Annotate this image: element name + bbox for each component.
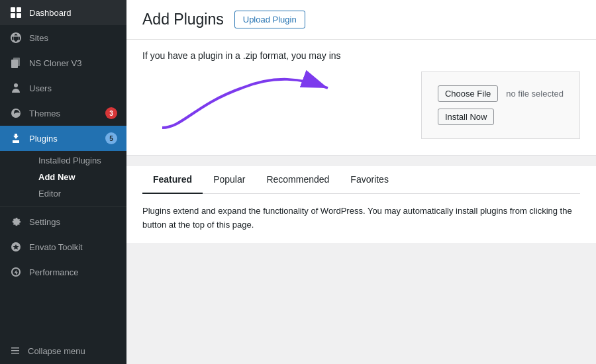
tab-featured[interactable]: Featured bbox=[142, 166, 203, 194]
svg-rect-2 bbox=[11, 13, 15, 18]
annotation-arrow bbox=[142, 65, 341, 138]
plugins-badge: 5 bbox=[105, 132, 117, 144]
sidebar-item-ns-cloner[interactable]: NS Cloner V3 bbox=[0, 50, 126, 75]
sidebar-item-label: Sites bbox=[29, 33, 117, 43]
sidebar-item-themes[interactable]: Themes 3 bbox=[0, 101, 126, 126]
svg-rect-3 bbox=[17, 13, 21, 18]
sidebar-item-users[interactable]: Users bbox=[0, 75, 126, 101]
choose-file-button[interactable]: Choose File bbox=[438, 85, 498, 102]
sidebar-item-label: Users bbox=[29, 83, 117, 93]
tab-description: Plugins extend and expand the functional… bbox=[142, 194, 580, 243]
themes-badge: 3 bbox=[105, 107, 117, 119]
dashboard-icon bbox=[9, 6, 23, 19]
sidebar-item-label: NS Cloner V3 bbox=[29, 58, 117, 68]
content-area: If you have a plugin in a .zip format, y… bbox=[126, 40, 596, 364]
svg-rect-1 bbox=[17, 7, 21, 12]
divider bbox=[0, 206, 126, 206]
sidebar-item-label: Themes bbox=[29, 109, 99, 118]
sidebar-item-label: Envato Toolkit bbox=[29, 242, 117, 252]
themes-icon bbox=[9, 107, 23, 120]
plugins-icon bbox=[9, 132, 23, 145]
users-icon bbox=[9, 81, 23, 95]
svg-rect-5 bbox=[11, 60, 18, 68]
collapse-menu-button[interactable]: Collapse menu bbox=[0, 338, 126, 364]
sidebar-sub-item-editor[interactable]: Editor bbox=[29, 185, 126, 202]
sidebar-item-label: Performance bbox=[29, 267, 117, 277]
performance-icon bbox=[9, 265, 23, 279]
main-content: Add Plugins Upload Plugin If you have a … bbox=[126, 0, 596, 364]
sidebar-item-performance[interactable]: Performance bbox=[0, 259, 126, 285]
tab-popular[interactable]: Popular bbox=[203, 166, 256, 194]
settings-icon bbox=[9, 215, 23, 228]
page-header: Add Plugins Upload Plugin bbox=[126, 0, 596, 40]
sidebar-item-dashboard[interactable]: Dashboard bbox=[0, 0, 126, 25]
file-row: Choose File no file selected bbox=[438, 85, 564, 102]
install-now-button[interactable]: Install Now bbox=[438, 109, 495, 125]
upload-description: If you have a plugin in a .zip format, y… bbox=[142, 50, 580, 61]
sidebar-item-sites[interactable]: Sites bbox=[0, 25, 126, 50]
sidebar-item-envato-toolkit[interactable]: Envato Toolkit bbox=[0, 234, 126, 259]
sidebar-item-label: Dashboard bbox=[29, 8, 117, 18]
page-title: Add Plugins bbox=[142, 11, 224, 28]
no-file-text: no file selected bbox=[506, 89, 564, 99]
plugins-submenu: Installed Plugins Add New Editor bbox=[0, 151, 126, 203]
tab-favorites[interactable]: Favorites bbox=[340, 166, 399, 194]
upload-section: If you have a plugin in a .zip format, y… bbox=[126, 40, 596, 156]
sidebar-item-settings[interactable]: Settings bbox=[0, 209, 126, 234]
sidebar-item-plugins[interactable]: Plugins 5 bbox=[0, 126, 126, 151]
sidebar-sub-item-installed-plugins[interactable]: Installed Plugins bbox=[29, 152, 126, 169]
tab-recommended[interactable]: Recommended bbox=[256, 166, 340, 194]
sidebar-sub-item-add-new[interactable]: Add New bbox=[29, 169, 126, 185]
envato-icon bbox=[9, 240, 23, 253]
upload-plugin-button[interactable]: Upload Plugin bbox=[234, 11, 305, 28]
ns-cloner-icon bbox=[9, 56, 23, 69]
tabs-row: Featured Popular Recommended Favorites bbox=[142, 166, 580, 194]
sidebar-item-label: Plugins bbox=[29, 134, 99, 144]
sidebar: Dashboard Sites NS Cloner V3 Users bbox=[0, 0, 126, 364]
file-upload-box: Choose File no file selected Install Now bbox=[421, 71, 580, 139]
svg-rect-0 bbox=[11, 7, 15, 12]
collapse-menu-label: Collapse menu bbox=[28, 346, 85, 356]
svg-point-6 bbox=[14, 83, 18, 87]
collapse-icon bbox=[9, 344, 21, 358]
tabs-section: Featured Popular Recommended Favorites P… bbox=[126, 166, 596, 243]
sites-icon bbox=[9, 31, 23, 44]
sidebar-item-label: Settings bbox=[29, 217, 117, 227]
